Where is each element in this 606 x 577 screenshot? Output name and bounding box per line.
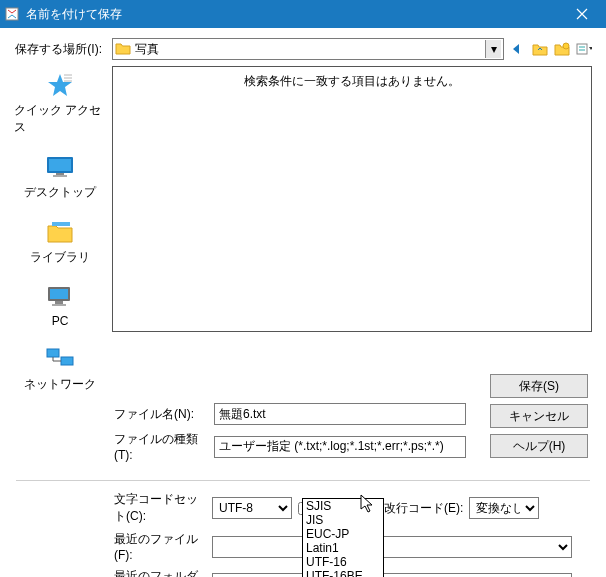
sidebar-item-desktop[interactable]: デスクトップ — [24, 152, 96, 201]
save-in-combo[interactable]: 写真 ▾ — [112, 38, 504, 60]
recent-folder-combo[interactable] — [212, 573, 572, 578]
svg-rect-10 — [55, 301, 63, 304]
sidebar-label: クイック アクセス — [14, 102, 106, 136]
empty-message: 検索条件に一致する項目はありません。 — [244, 73, 460, 331]
divider — [16, 480, 590, 481]
folder-icon — [115, 41, 131, 57]
file-list-area[interactable]: 検索条件に一致する項目はありません。 — [112, 66, 592, 332]
close-button[interactable] — [562, 0, 602, 28]
filetype-label: ファイルの種類(T): — [106, 431, 208, 462]
encoding-option[interactable]: UTF-16BE — [303, 569, 383, 577]
sidebar-label: ネットワーク — [24, 376, 96, 393]
app-icon — [4, 6, 20, 22]
recent-folder-label: 最近のフォルダ(D): — [114, 568, 206, 577]
sidebar-label: ライブラリ — [30, 249, 90, 266]
star-icon — [43, 70, 77, 100]
sidebar-item-pc[interactable]: PC — [43, 282, 77, 328]
filetype-combo[interactable] — [214, 436, 466, 458]
sidebar-item-network[interactable]: ネットワーク — [24, 344, 96, 393]
save-in-row: 保存する場所(I): 写真 ▾ — [14, 38, 592, 60]
sidebar-item-libraries[interactable]: ライブラリ — [30, 217, 90, 266]
newline-label: 改行コード(E): — [384, 500, 463, 517]
newline-combo[interactable]: 変換なし — [469, 497, 539, 519]
encoding-dropdown-list[interactable]: SJISJISEUC-JPLatin1UTF-16UTF-16BEUTF-8CE… — [302, 498, 384, 577]
network-icon — [43, 344, 77, 374]
encoding-option[interactable]: JIS — [303, 513, 383, 527]
view-menu-icon[interactable] — [576, 41, 592, 57]
title-bar: 名前を付けて保存 — [0, 0, 606, 28]
library-icon — [43, 217, 77, 247]
recent-file-label: 最近のファイル(F): — [114, 531, 206, 562]
svg-rect-4 — [49, 159, 71, 171]
filename-input[interactable] — [214, 403, 466, 425]
window-title: 名前を付けて保存 — [26, 6, 562, 23]
dropdown-arrow-icon[interactable]: ▾ — [485, 40, 501, 58]
help-button[interactable]: ヘルプ(H) — [490, 434, 588, 458]
svg-rect-9 — [50, 289, 68, 299]
svg-rect-0 — [6, 8, 18, 20]
sidebar-label: PC — [52, 314, 69, 328]
sidebar-item-quick-access[interactable]: クイック アクセス — [14, 70, 106, 136]
encoding-combo[interactable]: UTF-8 — [212, 497, 292, 519]
svg-rect-2 — [577, 44, 587, 54]
cancel-button[interactable]: キャンセル — [490, 404, 588, 428]
toolbar-nav-icons — [510, 41, 592, 57]
svg-point-1 — [563, 43, 569, 49]
back-icon[interactable] — [510, 41, 526, 57]
svg-rect-12 — [47, 349, 59, 357]
middle-area: クイック アクセス デスクトップ ライブラリ PC ネットワーク 検索条件に一致… — [14, 66, 592, 393]
filename-label: ファイル名(N): — [106, 406, 208, 423]
save-in-text: 写真 — [135, 41, 485, 58]
up-folder-icon[interactable] — [532, 41, 548, 57]
svg-rect-6 — [53, 175, 67, 177]
places-sidebar: クイック アクセス デスクトップ ライブラリ PC ネットワーク — [14, 66, 106, 393]
recent-file-combo[interactable] — [212, 536, 572, 558]
save-button[interactable]: 保存(S) — [490, 374, 588, 398]
save-in-label: 保存する場所(I): — [14, 41, 106, 58]
encoding-option[interactable]: EUC-JP — [303, 527, 383, 541]
dialog-body: 保存する場所(I): 写真 ▾ クイック アクセス デスクトップ — [0, 28, 606, 577]
sidebar-label: デスクトップ — [24, 184, 96, 201]
desktop-icon — [43, 152, 77, 182]
encoding-option[interactable]: UTF-16 — [303, 555, 383, 569]
encoding-label: 文字コードセット(C): — [114, 491, 206, 525]
new-folder-icon[interactable] — [554, 41, 570, 57]
button-column: 保存(S) キャンセル ヘルプ(H) — [490, 374, 588, 458]
encoding-option[interactable]: Latin1 — [303, 541, 383, 555]
svg-rect-7 — [52, 222, 70, 226]
pc-icon — [43, 282, 77, 312]
encoding-option[interactable]: SJIS — [303, 499, 383, 513]
svg-rect-11 — [52, 304, 66, 306]
svg-rect-13 — [61, 357, 73, 365]
svg-rect-5 — [56, 173, 64, 175]
